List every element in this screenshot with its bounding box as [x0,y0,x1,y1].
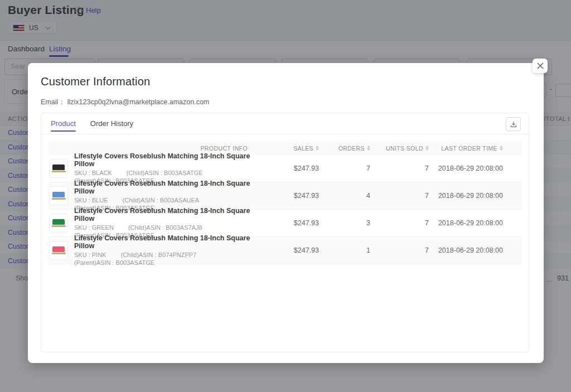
modal-card: Product Order History PRODUCT INFOSALESO… [41,113,529,352]
modal-title: Customer Information [41,75,150,88]
product-thumbnail [49,159,68,178]
product-title: Lifestyle Covers Roseblush Matching 18-I… [74,234,258,250]
product-sku: SKU : BLACK [74,170,112,176]
close-icon [537,62,544,69]
last-order-time-value: 2018-06-29 20:08:00 [429,164,503,172]
column-header-units-sold[interactable]: UNITS SOLD [370,145,429,152]
column-header-sales[interactable]: SALES [258,145,319,152]
product-sku-line: SKU : PINK(Child)ASIN : B074PNZPP7 [74,251,258,259]
product-sku-line: SKU : BLACK(Child)ASIN : B003ASATGE [74,169,258,177]
product-title: Lifestyle Covers Roseblush Matching 18-I… [74,152,258,168]
product-row: Lifestyle Covers Roseblush Matching 18-I… [48,237,522,264]
column-header-product-info: PRODUCT INFO [48,145,258,152]
email-value: llzix123cp0q2lvna@marketplace.amazon.com [67,98,209,106]
email-label: Email： [41,98,65,106]
parent-asin: (Parent)ASIN : B003ASATGE [74,259,258,267]
product-sku-line: SKU : BLUE(Child)ASIN : B003ASAUEA [74,196,258,205]
sort-icon[interactable] [500,146,503,151]
pillow-base [52,171,66,173]
sales-value: $247.93 [258,164,319,172]
orders-value: 4 [319,192,370,200]
child-asin: (Child)ASIN : B003ASATGE [127,170,203,176]
child-asin: (Child)ASIN : B003ASAUEA [123,197,200,204]
close-button[interactable] [533,59,548,73]
product-info-cell: Lifestyle Covers Roseblush Matching 18-I… [48,234,258,267]
column-header-orders[interactable]: ORDERS [319,145,370,152]
sales-value: $247.93 [258,219,319,227]
units-sold-value: 7 [370,192,429,200]
sales-value: $247.93 [258,246,319,254]
products-table-body: Lifestyle Covers Roseblush Matching 18-I… [48,155,522,264]
last-order-time-value: 2018-06-29 20:08:00 [429,246,503,254]
pillow-icon [52,246,65,252]
product-row: Lifestyle Covers Roseblush Matching 18-I… [48,155,522,182]
pillow-icon [52,164,65,170]
product-row: Lifestyle Covers Roseblush Matching 18-I… [48,182,522,210]
orders-value: 1 [319,246,370,254]
product-title: Lifestyle Covers Roseblush Matching 18-I… [74,180,258,196]
column-header-last-order-time[interactable]: LAST ORDER TIME [429,145,503,152]
customer-email: Email：llzix123cp0q2lvna@marketplace.amaz… [41,98,209,107]
tab-product[interactable]: Product [51,113,76,134]
units-sold-value: 7 [370,164,429,172]
products-table: PRODUCT INFOSALESORDERSUNITS SOLDLAST OR… [48,141,522,264]
product-sku: SKU : GREEN [74,224,114,231]
child-asin: (Child)ASIN : B074PNZPP7 [120,251,196,258]
pillow-base [52,253,66,255]
customer-information-modal: Customer Information Email：llzix123cp0q2… [28,63,544,363]
product-row: Lifestyle Covers Roseblush Matching 18-I… [48,210,522,237]
orders-value: 7 [319,164,370,172]
last-order-time-value: 2018-06-29 20:08:00 [429,219,503,227]
modal-tabs: Product Order History [41,113,529,134]
pillow-icon [52,219,65,225]
product-thumbnail [49,241,68,260]
product-text: Lifestyle Covers Roseblush Matching 18-I… [74,234,258,267]
pillow-base [52,225,66,228]
units-sold-value: 7 [370,219,429,227]
product-thumbnail [49,186,68,205]
product-sku: SKU : BLUE [74,197,108,204]
product-sku-line: SKU : GREEN(Child)ASIN : B003AS7AJ8 [74,224,258,232]
tab-order-history[interactable]: Order History [90,113,133,134]
last-order-time-value: 2018-06-29 20:08:00 [429,192,503,200]
download-icon [510,120,517,128]
pillow-icon [52,192,65,197]
product-thumbnail [49,214,68,233]
child-asin: (Child)ASIN : B003AS7AJ8 [128,224,202,231]
pillow-base [52,198,66,200]
product-sku: SKU : PINK [74,251,106,258]
orders-value: 3 [319,219,370,227]
product-title: Lifestyle Covers Roseblush Matching 18-I… [74,207,258,223]
units-sold-value: 7 [370,246,429,254]
sales-value: $247.93 [258,192,319,200]
download-button[interactable] [506,117,521,131]
